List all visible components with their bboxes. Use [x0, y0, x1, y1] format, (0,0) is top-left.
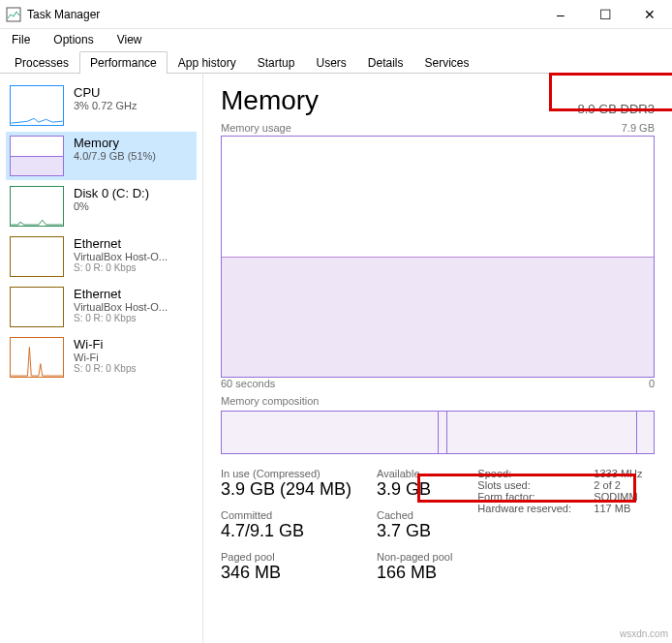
sidebar-wifi-line2: S: 0 R: 0 Kbps: [74, 363, 136, 374]
sidebar-item-memory[interactable]: Memory 4.0/7.9 GB (51%): [6, 132, 197, 180]
tab-app-history[interactable]: App history: [168, 51, 247, 74]
slots-label: Slots used:: [477, 479, 594, 491]
nonpaged-label: Non-paged pool: [377, 551, 452, 563]
ethernet2-sparkline: [10, 287, 64, 327]
xaxis-right: 0: [649, 378, 655, 389]
watermark: wsxdn.com: [620, 628, 668, 639]
cpu-sparkline: [10, 85, 64, 126]
form-value: SODIMM: [594, 491, 637, 503]
menu-view[interactable]: View: [111, 31, 148, 48]
close-button[interactable]: ✕: [627, 0, 672, 28]
sidebar-eth2-line1: VirtualBox Host-O...: [74, 301, 168, 313]
sidebar-cpu-title: CPU: [74, 85, 137, 100]
cached-label: Cached: [377, 509, 452, 521]
tab-processes[interactable]: Processes: [4, 51, 79, 74]
maximize-button[interactable]: ☐: [583, 0, 627, 28]
available-label: Available: [377, 468, 452, 479]
tab-users[interactable]: Users: [305, 51, 356, 74]
slots-value: 2 of 2: [594, 479, 621, 491]
paged-value: 346 MB: [221, 563, 351, 583]
tab-startup[interactable]: Startup: [247, 51, 306, 74]
memory-usage-chart: [221, 136, 655, 378]
page-title: Memory: [221, 85, 319, 116]
main-panel: Memory 8.0 GB DDR3 Memory usage 7.9 GB 6…: [203, 74, 672, 643]
tabbar: Processes Performance App history Startu…: [0, 50, 672, 74]
ethernet1-sparkline: [10, 236, 64, 277]
sidebar-eth1-line2: S: 0 R: 0 Kbps: [74, 262, 168, 273]
menubar: File Options View: [0, 29, 672, 50]
tab-details[interactable]: Details: [357, 51, 414, 74]
sidebar: CPU 3% 0.72 GHz Memory 4.0/7.9 GB (51%) …: [0, 74, 203, 643]
hw-label: Hardware reserved:: [477, 503, 594, 514]
hw-value: 117 MB: [594, 503, 630, 514]
menu-file[interactable]: File: [6, 31, 36, 48]
sidebar-memory-value: 4.0/7.9 GB (51%): [74, 150, 156, 162]
usage-max: 7.9 GB: [622, 122, 655, 134]
sidebar-disk-value: 0%: [74, 200, 149, 212]
sidebar-wifi-line1: Wi-Fi: [74, 352, 136, 363]
sidebar-item-ethernet-1[interactable]: Ethernet VirtualBox Host-O... S: 0 R: 0 …: [6, 232, 197, 281]
sidebar-wifi-title: Wi-Fi: [74, 337, 136, 352]
sidebar-eth1-line1: VirtualBox Host-O...: [74, 251, 168, 262]
sidebar-memory-title: Memory: [74, 136, 156, 150]
form-label: Form factor:: [477, 491, 594, 503]
memory-composition-chart: [221, 411, 655, 454]
menu-options[interactable]: Options: [47, 31, 99, 48]
tab-services[interactable]: Services: [414, 51, 480, 74]
sidebar-item-wifi[interactable]: Wi-Fi Wi-Fi S: 0 R: 0 Kbps: [6, 333, 197, 382]
sidebar-eth2-line2: S: 0 R: 0 Kbps: [74, 313, 168, 323]
wifi-sparkline: [10, 337, 64, 378]
sidebar-item-disk[interactable]: Disk 0 (C: D:) 0%: [6, 182, 197, 230]
window-title: Task Manager: [27, 8, 538, 21]
paged-label: Paged pool: [221, 551, 351, 563]
usage-label: Memory usage: [221, 122, 291, 134]
sidebar-disk-title: Disk 0 (C: D:): [74, 186, 149, 200]
minimize-button[interactable]: –: [538, 0, 583, 28]
committed-label: Committed: [221, 509, 351, 521]
window-controls: – ☐ ✕: [538, 0, 672, 28]
sidebar-item-ethernet-2[interactable]: Ethernet VirtualBox Host-O... S: 0 R: 0 …: [6, 283, 197, 331]
sidebar-item-cpu[interactable]: CPU 3% 0.72 GHz: [6, 81, 197, 130]
speed-label: Speed:: [477, 468, 594, 479]
memory-sparkline: [10, 136, 64, 176]
sidebar-eth1-title: Ethernet: [74, 236, 168, 251]
nonpaged-value: 166 MB: [377, 563, 452, 583]
sidebar-eth2-title: Ethernet: [74, 287, 168, 301]
inuse-label: In use (Compressed): [221, 468, 351, 479]
app-icon: [6, 7, 21, 22]
available-value: 3.9 GB: [377, 479, 452, 500]
composition-label: Memory composition: [221, 395, 655, 407]
speed-value: 1333 MHz: [594, 468, 642, 479]
xaxis-left: 60 seconds: [221, 378, 275, 389]
committed-value: 4.7/9.1 GB: [221, 521, 351, 541]
memory-total: 8.0 GB DDR3: [578, 102, 655, 116]
tab-performance[interactable]: Performance: [79, 51, 168, 74]
sidebar-cpu-value: 3% 0.72 GHz: [74, 100, 137, 111]
titlebar: Task Manager – ☐ ✕: [0, 0, 672, 29]
memory-details: Speed:1333 MHz Slots used:2 of 2 Form fa…: [477, 468, 642, 593]
cached-value: 3.7 GB: [377, 521, 452, 541]
disk-sparkline: [10, 186, 64, 227]
inuse-value: 3.9 GB (294 MB): [221, 479, 351, 500]
